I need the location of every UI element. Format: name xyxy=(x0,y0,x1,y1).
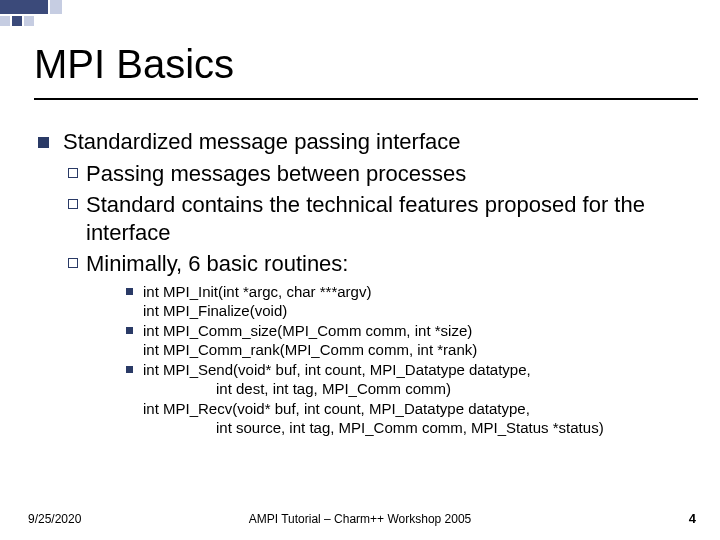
square-bullet-icon xyxy=(38,137,49,148)
bullet-level3: int MPI_Send(void* buf, int count, MPI_D… xyxy=(126,360,698,380)
open-square-bullet-icon xyxy=(68,168,78,178)
slide-body: Standardized message passing interface P… xyxy=(38,128,698,438)
slide-title: MPI Basics xyxy=(34,42,234,87)
bullet-level3: int MPI_Init(int *argc, char ***argv) xyxy=(126,282,698,302)
level3-deep-indent: int source, int tag, MPI_Comm comm, MPI_… xyxy=(216,418,698,438)
open-square-bullet-icon xyxy=(68,199,78,209)
bullet-level2: Standard contains the technical features… xyxy=(68,191,698,246)
level3-text: int MPI_Comm_size(MPI_Comm comm, int *si… xyxy=(143,321,698,341)
level3-text: int MPI_Send(void* buf, int count, MPI_D… xyxy=(143,360,698,380)
bullet-level3: int MPI_Comm_size(MPI_Comm comm, int *si… xyxy=(126,321,698,341)
small-square-bullet-icon xyxy=(126,327,133,334)
bullet-level2: Minimally, 6 basic routines: xyxy=(68,250,698,278)
bullet-level1: Standardized message passing interface xyxy=(38,128,698,156)
small-square-bullet-icon xyxy=(126,366,133,373)
open-square-bullet-icon xyxy=(68,258,78,268)
footer-center: AMPI Tutorial – Charm++ Workshop 2005 xyxy=(0,512,720,526)
level3-text: int MPI_Init(int *argc, char ***argv) xyxy=(143,282,698,302)
bullet-level2: Passing messages between processes xyxy=(68,160,698,188)
level3-deep-indent: int dest, int tag, MPI_Comm comm) xyxy=(216,379,698,399)
level3-block: int MPI_Init(int *argc, char ***argv) in… xyxy=(126,282,698,438)
level3-continuation: int MPI_Finalize(void) xyxy=(143,301,698,321)
slide: MPI Basics Standardized message passing … xyxy=(0,0,720,540)
title-rule xyxy=(34,98,698,100)
level3-continuation: int MPI_Comm_rank(MPI_Comm comm, int *ra… xyxy=(143,340,698,360)
accent-decor xyxy=(0,0,120,22)
level3-continuation: int MPI_Recv(void* buf, int count, MPI_D… xyxy=(143,399,698,419)
level2-text: Standard contains the technical features… xyxy=(86,191,698,246)
level2-text: Minimally, 6 basic routines: xyxy=(86,250,698,278)
level1-text: Standardized message passing interface xyxy=(63,128,698,156)
small-square-bullet-icon xyxy=(126,288,133,295)
footer-page-number: 4 xyxy=(689,511,696,526)
level2-text: Passing messages between processes xyxy=(86,160,698,188)
